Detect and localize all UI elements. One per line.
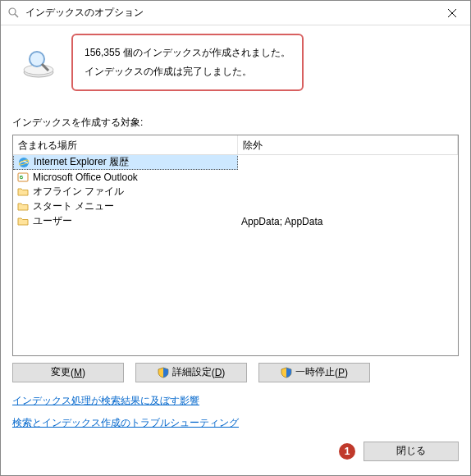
ie-icon	[17, 156, 30, 169]
close-button[interactable]: 閉じる	[364, 442, 459, 461]
table-row[interactable]: Microsoft Office Outlook	[13, 170, 458, 185]
button-row: 変更(M) 詳細設定(D) 一時停止(P)	[12, 363, 459, 382]
index-status-icon	[21, 44, 57, 80]
folder-icon	[16, 200, 30, 213]
modify-button[interactable]: 変更(M)	[12, 363, 124, 382]
status-line2: インデックスの作成は完了しました。	[85, 62, 290, 81]
cell-included: Internet Explorer 履歴	[13, 155, 238, 171]
callout-badge-1: 1	[339, 443, 355, 460]
cell-included: スタート メニュー	[13, 199, 238, 213]
help-link-impact[interactable]: インデックス処理が検索結果に及ぼす影響	[12, 394, 199, 408]
cell-included: Microsoft Office Outlook	[13, 171, 238, 184]
folder-icon	[16, 185, 30, 199]
table-row[interactable]: オフライン ファイル	[13, 185, 458, 199]
titlebar: インデックスのオプション	[1, 1, 470, 25]
folder-icon	[16, 215, 30, 228]
cell-included: ユーザー	[13, 214, 238, 228]
advanced-button[interactable]: 詳細設定(D)	[135, 363, 247, 382]
table-row[interactable]: スタート メニュー	[13, 199, 458, 214]
status-row: 156,355 個のインデックスが作成されました。 インデックスの作成は完了しま…	[12, 34, 459, 91]
pause-button[interactable]: 一時停止(P)	[258, 363, 370, 382]
footer: 1 閉じる	[12, 442, 459, 461]
window-title: インデックスのオプション	[25, 6, 433, 20]
status-line1: 156,355 個のインデックスが作成されました。	[85, 43, 290, 62]
section-label: インデックスを作成する対象:	[12, 116, 459, 130]
modify-accel: M	[74, 367, 82, 378]
outlook-icon	[16, 171, 30, 184]
close-icon	[448, 9, 456, 17]
content-area: 156,355 個のインデックスが作成されました。 インデックスの作成は完了しま…	[1, 25, 470, 475]
help-link-troubleshoot[interactable]: 検索とインデックス作成のトラブルシューティング	[12, 416, 239, 430]
table-row[interactable]: ユーザーAppData; AppData	[13, 214, 458, 229]
row-label: オフライン ファイル	[33, 185, 124, 199]
status-box: 156,355 個のインデックスが作成されました。 インデックスの作成は完了しま…	[71, 34, 304, 91]
cell-exclude: AppData; AppData	[238, 216, 458, 227]
help-links: インデックス処理が検索結果に及ぼす影響 検索とインデックス作成のトラブルシューテ…	[12, 394, 459, 438]
svg-line-1	[15, 14, 18, 17]
row-label: ユーザー	[33, 214, 72, 228]
svg-point-0	[9, 8, 16, 15]
locations-listview[interactable]: 含まれる場所 除外 Internet Explorer 履歴Microsoft …	[12, 135, 459, 356]
app-icon	[7, 7, 21, 20]
listview-header: 含まれる場所 除外	[13, 135, 458, 155]
row-label: スタート メニュー	[33, 199, 114, 213]
row-label: Microsoft Office Outlook	[33, 172, 138, 183]
advanced-accel: D	[215, 367, 222, 378]
window-close-button[interactable]	[433, 1, 470, 25]
dialog-window: インデックスのオプション 156,355 個のインデックスが作成されました。 イ…	[0, 0, 471, 476]
column-included[interactable]: 含まれる場所	[13, 135, 238, 154]
advanced-label: 詳細設定	[172, 365, 212, 379]
listview-body: Internet Explorer 履歴Microsoft Office Out…	[13, 155, 458, 355]
table-row[interactable]: Internet Explorer 履歴	[13, 155, 458, 170]
shield-icon	[158, 367, 169, 378]
pause-accel: P	[338, 367, 345, 378]
row-label: Internet Explorer 履歴	[34, 155, 129, 169]
pause-label: 一時停止	[295, 365, 335, 379]
cell-included: オフライン ファイル	[13, 185, 238, 199]
shield-icon	[281, 367, 292, 378]
modify-label: 変更	[51, 365, 71, 379]
column-exclude[interactable]: 除外	[238, 135, 458, 154]
